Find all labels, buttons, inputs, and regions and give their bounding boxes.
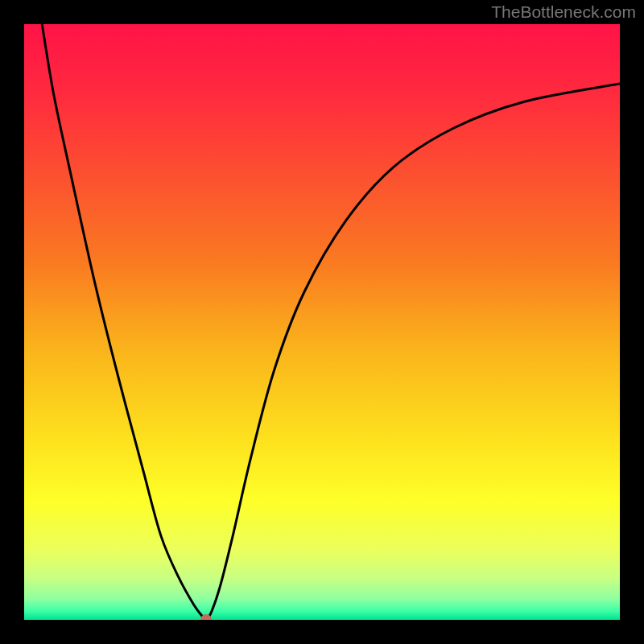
bottleneck-curve [24, 24, 620, 620]
watermark-text: TheBottleneck.com [491, 2, 636, 22]
chart-frame [24, 24, 620, 620]
optimal-point-marker [200, 614, 212, 620]
plot-area [24, 24, 620, 620]
